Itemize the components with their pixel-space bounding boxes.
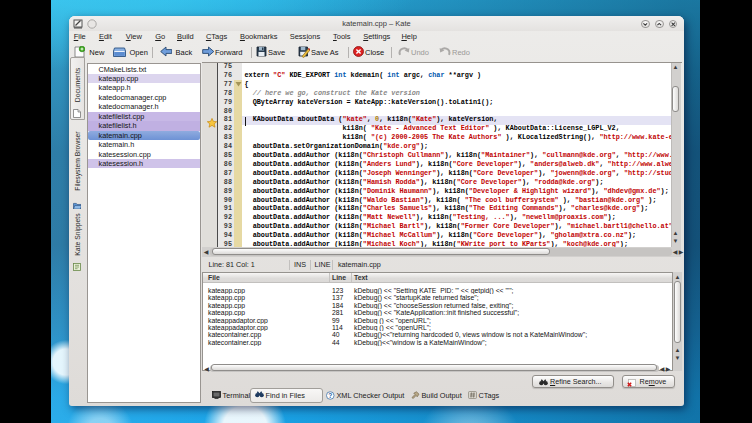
- svg-text:?: ?: [328, 391, 332, 398]
